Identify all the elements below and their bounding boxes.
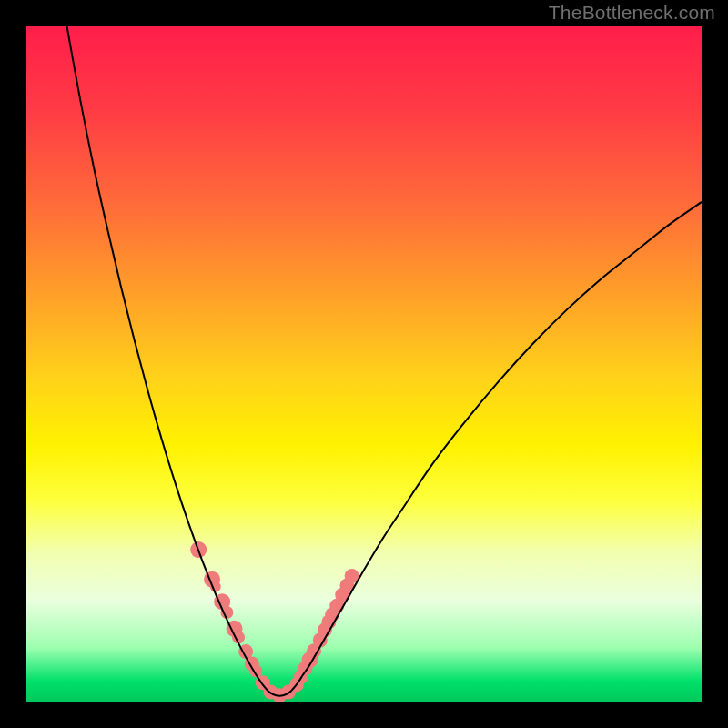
chart-svg bbox=[26, 26, 702, 702]
watermark-text: TheBottleneck.com bbox=[549, 2, 715, 24]
bottleneck-curve bbox=[67, 26, 702, 696]
chart-frame bbox=[26, 26, 702, 702]
curves-layer bbox=[67, 26, 702, 696]
